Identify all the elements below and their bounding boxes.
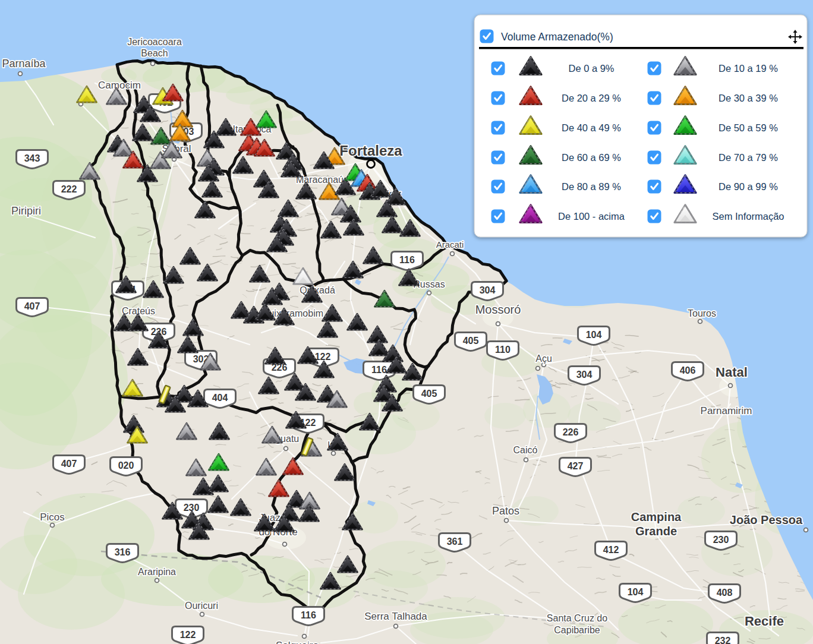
svg-text:405: 405	[421, 389, 437, 399]
svg-text:Serra Talhada: Serra Talhada	[364, 611, 427, 622]
svg-text:Grande: Grande	[635, 525, 677, 538]
svg-text:407: 407	[24, 301, 40, 311]
svg-text:Fortaleza: Fortaleza	[339, 143, 402, 159]
svg-text:Salgueiro: Salgueiro	[276, 640, 319, 644]
svg-text:304: 304	[576, 370, 593, 380]
svg-text:405: 405	[463, 336, 479, 346]
svg-text:De 20 a 29 %: De 20 a 29 %	[562, 93, 621, 103]
svg-text:316: 316	[115, 547, 131, 557]
svg-text:230: 230	[713, 535, 729, 545]
svg-text:404: 404	[212, 393, 228, 403]
svg-text:104: 104	[586, 330, 602, 340]
svg-text:De 70 a 79 %: De 70 a 79 %	[719, 152, 778, 163]
svg-text:Patos: Patos	[492, 505, 519, 517]
svg-text:304: 304	[480, 285, 496, 295]
svg-text:Natal: Natal	[716, 365, 748, 380]
svg-text:Picos: Picos	[40, 512, 65, 523]
svg-text:Caicó: Caicó	[513, 445, 538, 455]
svg-text:Parnaíba: Parnaíba	[2, 58, 46, 70]
svg-text:João Pessoa: João Pessoa	[730, 513, 803, 526]
svg-text:De 10 a 19 %: De 10 a 19 %	[719, 63, 778, 74]
svg-text:361: 361	[447, 536, 463, 547]
svg-text:122: 122	[315, 352, 331, 362]
svg-text:Sem Informação: Sem Informação	[712, 211, 784, 222]
svg-text:Aracati: Aracati	[436, 239, 464, 250]
svg-text:226: 226	[563, 427, 579, 437]
svg-text:Piripiri: Piripiri	[11, 205, 41, 217]
svg-text:Maracanaú: Maracanaú	[296, 175, 344, 185]
svg-text:De 50 a 59 %: De 50 a 59 %	[719, 122, 778, 133]
svg-text:De 80 a 89 %: De 80 a 89 %	[562, 181, 621, 192]
svg-text:Recife: Recife	[745, 614, 784, 629]
svg-text:Mossoró: Mossoró	[475, 303, 521, 316]
svg-text:427: 427	[568, 461, 584, 471]
svg-text:De 40 a 49 %: De 40 a 49 %	[562, 122, 621, 133]
svg-text:Jericoacoara: Jericoacoara	[127, 37, 182, 47]
svg-text:Açu: Açu	[535, 353, 552, 364]
svg-text:Volume Armazenado(%): Volume Armazenado(%)	[501, 31, 613, 43]
svg-text:407: 407	[61, 459, 77, 469]
svg-text:412: 412	[603, 545, 619, 555]
svg-text:Araripina: Araripina	[138, 567, 176, 577]
svg-text:Camocim: Camocim	[98, 80, 141, 91]
svg-text:De 0 a 9%: De 0 a 9%	[568, 63, 614, 74]
svg-text:Capibaribe: Capibaribe	[554, 625, 600, 635]
svg-text:222: 222	[61, 184, 77, 194]
svg-text:Santa Cruz do: Santa Cruz do	[547, 613, 607, 623]
svg-text:020: 020	[118, 460, 134, 471]
svg-text:De 100 - acima: De 100 - acima	[558, 211, 625, 222]
svg-text:104: 104	[628, 587, 644, 597]
svg-text:406: 406	[680, 365, 696, 375]
svg-text:De 60 a 69 %: De 60 a 69 %	[562, 152, 621, 163]
svg-text:408: 408	[717, 588, 733, 598]
svg-text:De 30 a 39 %: De 30 a 39 %	[719, 93, 778, 103]
svg-text:Parnamirim: Parnamirim	[701, 405, 752, 416]
svg-text:110: 110	[495, 345, 511, 355]
svg-text:Campina: Campina	[631, 510, 682, 523]
svg-text:116: 116	[301, 610, 316, 620]
svg-text:Ouricuri: Ouricuri	[185, 601, 218, 611]
svg-text:343: 343	[24, 153, 40, 163]
svg-text:232: 232	[715, 636, 731, 644]
svg-text:Beach: Beach	[141, 48, 168, 58]
svg-text:Touros: Touros	[688, 308, 716, 318]
svg-text:116: 116	[399, 255, 415, 265]
svg-text:De 90 a 99 %: De 90 a 99 %	[719, 181, 778, 192]
svg-text:116: 116	[371, 365, 387, 375]
svg-text:122: 122	[180, 630, 196, 640]
svg-text:230: 230	[184, 503, 200, 513]
